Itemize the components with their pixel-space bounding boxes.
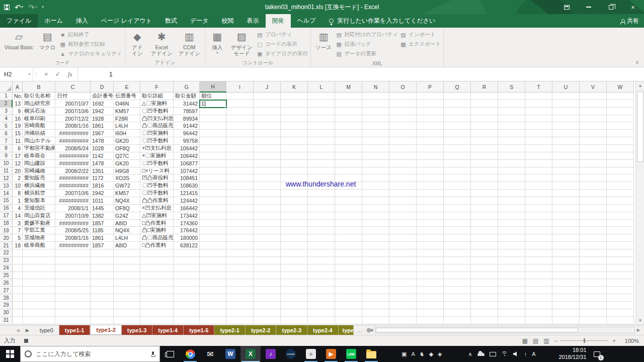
- cell-j21[interactable]: [254, 242, 281, 249]
- taskbar-search-box[interactable]: ここに入力して検索: [20, 346, 160, 362]
- cell-r26[interactable]: [471, 279, 498, 287]
- cell-k8[interactable]: [281, 145, 308, 152]
- row-header-21[interactable]: 21: [0, 242, 13, 249]
- cancel-button[interactable]: ×: [44, 70, 48, 78]
- cell-m30[interactable]: [335, 309, 362, 317]
- cell-p22[interactable]: [417, 249, 444, 257]
- cell-b8[interactable]: 宇都宮不動産: [23, 145, 55, 152]
- cell-l21[interactable]: [308, 242, 335, 249]
- cell-f23[interactable]: [140, 257, 174, 264]
- cell-f16[interactable]: ×凹支払利息: [140, 205, 174, 212]
- cell-c3[interactable]: 2007/10/6: [55, 108, 91, 115]
- cell-a7[interactable]: 11: [13, 137, 23, 145]
- cell-g25[interactable]: [174, 272, 200, 280]
- cell-c25[interactable]: [55, 272, 91, 280]
- cell-i31[interactable]: [226, 317, 254, 324]
- cell-t8[interactable]: [525, 145, 552, 152]
- cell-k20[interactable]: [281, 234, 308, 242]
- cell-u17[interactable]: [552, 212, 580, 220]
- cell-l3[interactable]: [308, 108, 335, 115]
- cell-o24[interactable]: [389, 264, 417, 272]
- cell-c23[interactable]: [55, 257, 91, 264]
- cell-q6[interactable]: [444, 130, 471, 137]
- cell-r1[interactable]: [471, 93, 498, 100]
- cell-g2[interactable]: 31442: [174, 100, 200, 108]
- cell-p20[interactable]: [417, 234, 444, 242]
- cell-t24[interactable]: [525, 264, 552, 272]
- cell-l14[interactable]: [308, 190, 335, 197]
- cell-u21[interactable]: [552, 242, 580, 249]
- cell-l8[interactable]: [308, 145, 335, 152]
- cell-m20[interactable]: [335, 234, 362, 242]
- cell-k27[interactable]: [281, 287, 308, 294]
- cell-m8[interactable]: [335, 145, 362, 152]
- cell-j9[interactable]: [254, 152, 281, 160]
- cell-u14[interactable]: [552, 190, 580, 197]
- horizontal-scroll-thumb[interactable]: [376, 328, 578, 332]
- row-header-13[interactable]: 13: [0, 182, 13, 190]
- cell-d3[interactable]: 1942: [91, 108, 114, 115]
- cell-j25[interactable]: [254, 272, 281, 280]
- cell-m5[interactable]: [335, 122, 362, 130]
- cell-j31[interactable]: [254, 317, 281, 324]
- cell-f15[interactable]: 凸凸作業料: [140, 197, 174, 205]
- cell-m14[interactable]: [335, 190, 362, 197]
- column-header-u[interactable]: U: [552, 81, 580, 93]
- cell-p3[interactable]: [417, 108, 444, 115]
- cell-d25[interactable]: [91, 272, 114, 280]
- cell-q23[interactable]: [444, 257, 471, 264]
- cell-k1[interactable]: [281, 93, 308, 100]
- cell-w7[interactable]: [607, 137, 634, 145]
- cell-f8[interactable]: ×凹支払利息: [140, 145, 174, 152]
- tab-view[interactable]: 表示: [240, 14, 266, 28]
- tray-icon-3[interactable]: ♞: [420, 351, 425, 357]
- xml-source-button[interactable]: ▥ソース: [313, 29, 334, 59]
- row-header-11[interactable]: 11: [0, 167, 13, 175]
- cell-c13[interactable]: ##########: [55, 182, 91, 190]
- cell-m24[interactable]: [335, 264, 362, 272]
- use-relative-references-button[interactable]: ▦相対参照で記録: [59, 40, 122, 48]
- cell-w26[interactable]: [607, 279, 634, 287]
- cell-t5[interactable]: [525, 122, 552, 130]
- cell-m11[interactable]: [335, 167, 362, 175]
- column-header-d[interactable]: D: [91, 81, 114, 93]
- row-header-19[interactable]: 19: [0, 227, 13, 234]
- stop-macro-recording-button[interactable]: [24, 339, 28, 343]
- cell-u5[interactable]: [552, 122, 580, 130]
- cell-k18[interactable]: [281, 220, 308, 227]
- add-ins-button[interactable]: ◆アド イン: [128, 29, 147, 59]
- cell-j22[interactable]: [254, 249, 281, 257]
- cell-r8[interactable]: [471, 145, 498, 152]
- cell-l9[interactable]: [308, 152, 335, 160]
- cell-p13[interactable]: [417, 182, 444, 190]
- cell-g16[interactable]: 166442: [174, 205, 200, 212]
- cell-g30[interactable]: [174, 309, 200, 317]
- cell-a1[interactable]: No.: [13, 93, 23, 100]
- cell-p14[interactable]: [417, 190, 444, 197]
- cell-h29[interactable]: [200, 302, 226, 309]
- cell-p18[interactable]: [417, 220, 444, 227]
- cell-q22[interactable]: [444, 249, 471, 257]
- cell-i7[interactable]: [226, 137, 254, 145]
- cell-i30[interactable]: [226, 309, 254, 317]
- column-header-q[interactable]: Q: [444, 81, 471, 93]
- cell-m21[interactable]: [335, 242, 362, 249]
- cell-e30[interactable]: [114, 309, 140, 317]
- cell-v12[interactable]: [580, 174, 607, 182]
- upload-icon[interactable]: ↑: [524, 351, 527, 357]
- cell-u9[interactable]: [552, 152, 580, 160]
- cell-o3[interactable]: [389, 108, 417, 115]
- cell-s31[interactable]: [498, 317, 525, 324]
- column-header-a[interactable]: A: [13, 81, 23, 93]
- cell-m15[interactable]: [335, 197, 362, 205]
- cell-p16[interactable]: [417, 205, 444, 212]
- cell-h16[interactable]: [200, 205, 226, 212]
- cell-n14[interactable]: [362, 190, 389, 197]
- cell-t10[interactable]: [525, 160, 552, 167]
- cell-c17[interactable]: 2007/10/9: [55, 212, 91, 220]
- cell-o2[interactable]: [389, 100, 417, 108]
- cell-f7[interactable]: 〇凹手数料: [140, 137, 174, 145]
- refresh-data-button[interactable]: ▧データの更新: [336, 50, 398, 58]
- cell-o25[interactable]: [389, 272, 417, 280]
- cell-i15[interactable]: [226, 197, 254, 205]
